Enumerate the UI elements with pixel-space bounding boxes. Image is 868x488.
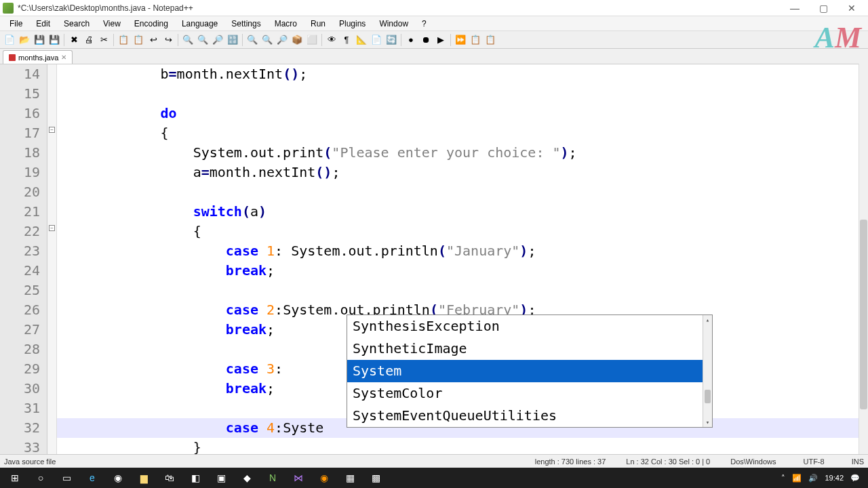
app-icon[interactable]: ▩ (365, 469, 387, 487)
code-area[interactable]: b=month.nextInt(); do { System.out.print… (57, 64, 868, 454)
autocomplete-scrollbar[interactable]: ▴ ▾ (703, 315, 712, 427)
menu-window[interactable]: Window (372, 18, 415, 30)
toolbar-button-3[interactable]: 💾 (47, 33, 61, 47)
toolbar-button-13[interactable]: 🔎 (211, 33, 224, 47)
toolbar-button-30[interactable]: 📋 (484, 33, 497, 47)
menu-search[interactable]: Search (57, 18, 96, 30)
toolbar-button-21[interactable]: ¶ (340, 33, 353, 47)
scroll-thumb[interactable] (705, 390, 711, 403)
chrome-icon[interactable]: ◉ (107, 469, 129, 487)
toolbar-button-25[interactable]: ● (404, 33, 418, 47)
autocomplete-item[interactable]: SynthesisException (347, 315, 712, 338)
tray-clock[interactable]: 19:42 (825, 474, 844, 482)
code-line[interactable]: } (57, 438, 868, 454)
code-line[interactable] (57, 84, 868, 104)
autocomplete-item[interactable]: SystemColor (347, 382, 712, 405)
toolbar-button-14[interactable]: 🔡 (226, 33, 239, 47)
menu-edit[interactable]: Edit (29, 18, 57, 30)
toolbar-button-27[interactable]: ▶ (434, 33, 448, 47)
toolbar-button-16[interactable]: 🔍 (260, 33, 274, 47)
code-editor[interactable]: 1415161718192021222324252627282930313233… (0, 64, 868, 454)
menu-plugins[interactable]: Plugins (332, 18, 372, 30)
toolbar-button-11[interactable]: 🔍 (181, 33, 195, 47)
scroll-down-icon[interactable]: ▾ (703, 418, 712, 427)
tray-volume-icon[interactable]: 🔊 (808, 474, 818, 483)
menu-encoding[interactable]: Encoding (127, 18, 175, 30)
toolbar-button-8[interactable]: 📋 (132, 33, 145, 47)
fold-column[interactable]: − − (47, 64, 57, 454)
code-line[interactable]: { (57, 222, 868, 241)
minimize-button[interactable]: — (781, 1, 808, 15)
editor-scrollbar[interactable] (859, 64, 868, 454)
explorer-icon[interactable]: ▆ (133, 469, 155, 487)
autocomplete-popup[interactable]: SynthesisExceptionSyntheticImageSystemSy… (347, 314, 713, 428)
toolbar-button-10[interactable]: ↪ (161, 33, 175, 47)
tray-notifications-icon[interactable]: 💬 (850, 474, 860, 483)
tab-close-icon[interactable]: ✕ (61, 54, 66, 61)
menu-help[interactable]: ? (415, 18, 433, 30)
toolbar-button-2[interactable]: 💾 (33, 33, 46, 47)
scroll-thumb[interactable] (860, 220, 867, 409)
menu-run[interactable]: Run (304, 18, 332, 30)
fold-toggle-icon[interactable]: − (49, 127, 55, 133)
code-line[interactable] (57, 281, 868, 300)
start-button[interactable]: ⊞ (4, 469, 26, 487)
toolbar-button-23[interactable]: 📄 (370, 33, 383, 47)
toolbar-button-1[interactable]: 📂 (18, 33, 31, 47)
code-line[interactable]: case 1: System.out.println("January"); (57, 241, 868, 261)
code-line[interactable]: System.out.print("Please enter your choi… (57, 143, 868, 163)
store-icon[interactable]: 🛍 (159, 469, 180, 487)
app-icon[interactable]: ▦ (339, 469, 361, 487)
menu-language[interactable]: Language (175, 18, 224, 30)
edge-icon[interactable]: e (81, 469, 103, 487)
toolbar-button-6[interactable]: ✂ (97, 33, 111, 47)
tray-network-icon[interactable]: 📶 (792, 474, 802, 483)
toolbar-button-20[interactable]: 👁 (325, 33, 338, 47)
menu-macro[interactable]: Macro (268, 18, 304, 30)
autocomplete-item[interactable]: SystemEventQueueUtilities (347, 405, 712, 427)
toolbar-button-7[interactable]: 📋 (117, 33, 130, 47)
toolbar-button-12[interactable]: 🔍 (196, 33, 210, 47)
maximize-button[interactable]: ▢ (810, 1, 837, 15)
menu-view[interactable]: View (96, 18, 127, 30)
toolbar-button-26[interactable]: ⏺ (419, 33, 433, 47)
firefox-icon[interactable]: ◉ (313, 469, 335, 487)
toolbar-button-29[interactable]: 📋 (469, 33, 482, 47)
fold-toggle-icon[interactable]: − (49, 225, 55, 231)
toolbar-button-18[interactable]: 📦 (290, 33, 304, 47)
toolbar-button-0[interactable]: 📄 (3, 33, 16, 47)
toolbar-button-28[interactable]: ⏩ (454, 33, 467, 47)
code-line[interactable]: switch(a) (57, 202, 868, 222)
toolbar-button-17[interactable]: 🔎 (275, 33, 289, 47)
windows-taskbar[interactable]: ⊞ ○ ▭ e ◉ ▆ 🛍 ◧ ▣ ◆ N ⋈ ◉ ▦ ▩ ˄ 📶 🔊 19:4… (0, 468, 868, 488)
toolbar-button-4[interactable]: ✖ (67, 33, 81, 47)
cortana-icon[interactable]: ○ (30, 469, 52, 487)
taskview-icon[interactable]: ▭ (56, 469, 77, 487)
notepadpp-icon[interactable]: N (262, 469, 283, 487)
menu-file[interactable]: File (3, 18, 29, 30)
menu-settings[interactable]: Settings (224, 18, 267, 30)
autocomplete-item[interactable]: SyntheticImage (347, 338, 712, 360)
system-tray[interactable]: ˄ 📶 🔊 19:42 💬 (781, 474, 864, 483)
toolbar-button-9[interactable]: ↩ (146, 33, 160, 47)
app-icon[interactable]: ◧ (184, 469, 206, 487)
toolbar-button-24[interactable]: 🔄 (384, 33, 398, 47)
close-button[interactable]: ✕ (838, 1, 865, 15)
code-line[interactable]: a=month.nextInt(); (57, 163, 868, 182)
toolbar-button-5[interactable]: 🖨 (82, 33, 96, 47)
autocomplete-item[interactable]: System (347, 360, 712, 382)
code-line[interactable]: do (57, 104, 868, 123)
toolbar-button-22[interactable]: 📐 (355, 33, 368, 47)
tray-chevron-icon[interactable]: ˄ (781, 474, 785, 483)
toolbar-button-15[interactable]: 🔍 (245, 33, 259, 47)
code-line[interactable] (57, 182, 868, 202)
app-icon[interactable]: ▣ (210, 469, 232, 487)
code-line[interactable]: break; (57, 261, 868, 281)
tab-file[interactable]: months.java ✕ (3, 50, 73, 64)
code-line[interactable]: { (57, 123, 868, 143)
app-icon[interactable]: ◆ (236, 469, 258, 487)
scroll-up-icon[interactable]: ▴ (703, 315, 712, 325)
vs-icon[interactable]: ⋈ (288, 469, 309, 487)
toolbar-button-19[interactable]: ⬜ (305, 33, 319, 47)
code-line[interactable]: b=month.nextInt(); (57, 64, 868, 84)
